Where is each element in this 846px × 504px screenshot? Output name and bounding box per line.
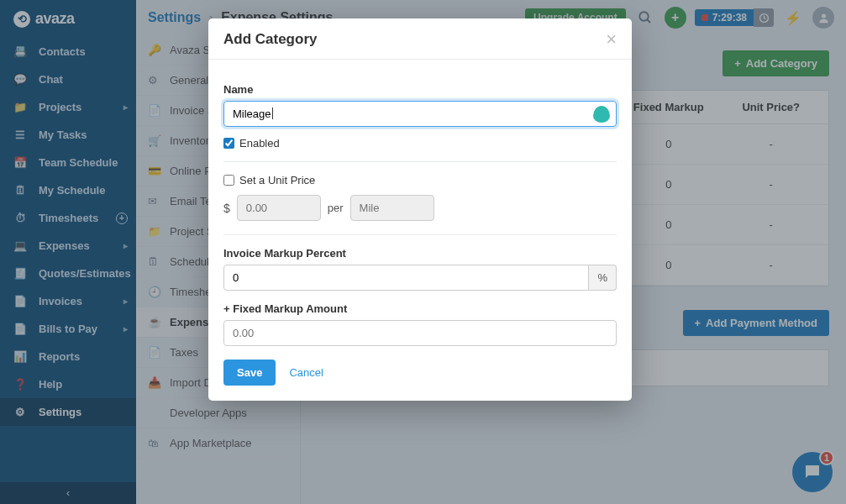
enabled-checkbox[interactable] [223, 138, 234, 149]
unit-price-input [237, 195, 321, 221]
markup-input[interactable] [223, 265, 589, 291]
enabled-label: Enabled [239, 137, 280, 150]
markup-label: Invoice Markup Percent [223, 247, 617, 260]
extension-icon [593, 106, 610, 123]
set-unit-price-checkbox[interactable] [223, 175, 234, 186]
per-label: per [328, 202, 344, 214]
name-input[interactable]: Mileage [223, 101, 617, 127]
percent-addon: % [589, 265, 617, 291]
name-label: Name [223, 83, 617, 96]
fixed-markup-label: + Fixed Markup Amount [223, 302, 617, 315]
add-category-modal: Add Category × Name Mileage Enabled Set … [208, 18, 632, 401]
set-unit-price-label: Set a Unit Price [239, 174, 315, 186]
cancel-button[interactable]: Cancel [289, 366, 323, 379]
close-icon[interactable]: × [606, 30, 617, 49]
unit-name-input [350, 195, 434, 221]
save-button[interactable]: Save [223, 360, 276, 386]
modal-title: Add Category [223, 31, 317, 48]
currency-symbol: $ [223, 202, 230, 215]
fixed-markup-input[interactable] [223, 320, 617, 346]
